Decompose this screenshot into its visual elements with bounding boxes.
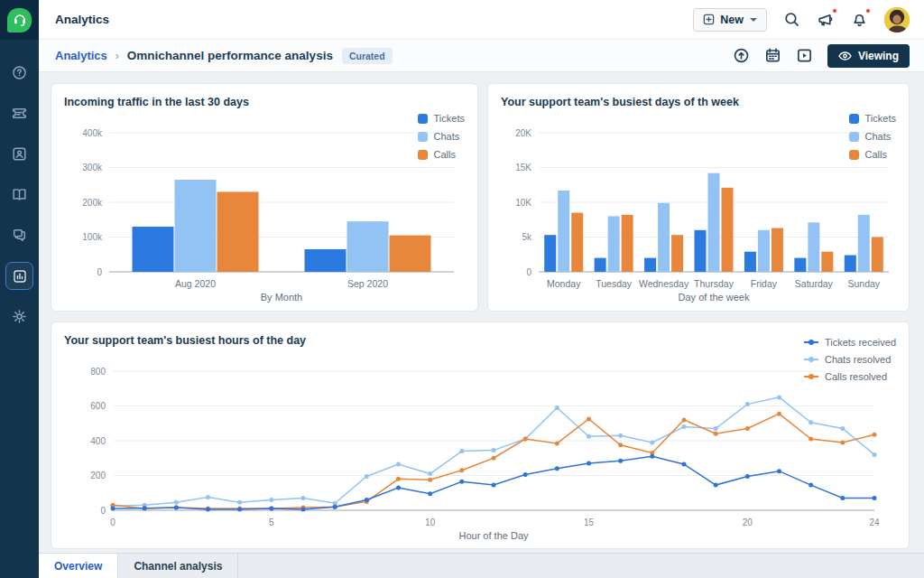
avatar[interactable] (884, 7, 910, 33)
sidebar-selected-highlight (5, 262, 33, 290)
svg-text:Aug 2020: Aug 2020 (175, 278, 216, 289)
legend-swatch (418, 132, 428, 142)
app-window: Analytics New (0, 0, 924, 578)
svg-text:Monday: Monday (547, 278, 581, 289)
search-button[interactable] (783, 11, 800, 28)
svg-text:Saturday: Saturday (795, 278, 834, 289)
present-button[interactable] (796, 47, 813, 64)
legend-label: Tickets received (825, 337, 896, 348)
legend-label: Calls (434, 149, 456, 160)
sidebar-nav (0, 52, 39, 337)
svg-text:5k: 5k (522, 232, 532, 242)
top-bar: Analytics New (39, 0, 924, 40)
tab-channel-analysis[interactable]: Channel analysis (118, 554, 238, 578)
legend-label: Tickets (865, 113, 896, 124)
present-icon (796, 47, 813, 64)
sidebar-item-help[interactable] (0, 52, 39, 93)
notification-dot (832, 8, 837, 14)
svg-text:10K: 10K (515, 198, 531, 208)
chart-legend: Tickets receivedChats resolvedCalls reso… (804, 337, 896, 382)
new-button[interactable]: New (693, 8, 767, 32)
legend-label: Chats resolved (825, 354, 891, 365)
chevron-down-icon (750, 18, 757, 22)
legend-item: Chats (418, 131, 465, 142)
svg-text:400k: 400k (82, 128, 103, 138)
svg-text:5: 5 (269, 517, 274, 527)
curated-badge: Curated (342, 48, 393, 64)
svg-text:24: 24 (869, 517, 880, 527)
sidebar-item-contacts[interactable] (0, 134, 39, 174)
chart-title: Your support team's busiest days of th w… (501, 96, 896, 108)
legend-label: Calls (865, 149, 887, 160)
search-icon (783, 11, 800, 28)
announcements-button[interactable] (817, 11, 835, 28)
chart-legend: TicketsChatsCalls (849, 113, 896, 160)
viewing-button[interactable]: Viewing (827, 44, 910, 68)
legend-swatch (418, 150, 428, 160)
legend-swatch (849, 150, 859, 160)
notification-dot (865, 8, 871, 14)
tab-overview[interactable]: Overview (39, 554, 118, 578)
legend-swatch (849, 114, 859, 124)
brand-logo[interactable] (0, 0, 39, 40)
report-actions: Viewing (733, 44, 910, 68)
sidebar-item-settings[interactable] (0, 296, 39, 337)
chart-title: Your support team's busiest hours of the… (64, 334, 896, 347)
settings-icon (11, 308, 28, 325)
sidebar-item-knowledge-base[interactable] (0, 174, 39, 215)
legend-item: Tickets received (804, 337, 896, 348)
legend-label: Chats (434, 131, 460, 142)
export-button[interactable] (733, 47, 750, 64)
knowledge-base-icon (11, 186, 28, 203)
notifications-button[interactable] (851, 11, 868, 28)
legend-label: Chats (865, 131, 892, 142)
breadcrumb-parent-link[interactable]: Analytics (55, 49, 107, 62)
svg-text:0: 0 (110, 517, 116, 527)
card-busiest-hours: Your support team's busiest hours of the… (51, 322, 910, 549)
charts-row-top: Incoming traffic in the last 30 days 010… (51, 83, 910, 312)
legend-swatch (418, 114, 428, 124)
help-circle-icon (11, 64, 28, 81)
legend-item: Calls resolved (804, 371, 896, 382)
legend-swatch (849, 132, 859, 142)
sidebar-item-forums[interactable] (0, 215, 39, 256)
legend-item: Chats resolved (804, 354, 896, 365)
svg-text:0: 0 (97, 267, 102, 277)
svg-text:200: 200 (90, 471, 106, 480)
legend-line-marker (804, 359, 818, 360)
legend-line-marker (804, 376, 818, 378)
legend-item: Calls (418, 149, 465, 160)
legend-item: Calls (849, 149, 896, 160)
ticket-icon (11, 105, 28, 122)
legend-item: Tickets (418, 113, 465, 124)
svg-text:15: 15 (584, 517, 595, 527)
bar-chart-busiest-days: 05k10K15K20KMondayTuesdayWednesdayThursd… (501, 113, 896, 304)
svg-text:Sep 2020: Sep 2020 (347, 278, 388, 289)
svg-text:15K: 15K (515, 163, 531, 172)
sidebar-item-tickets[interactable] (0, 93, 39, 134)
svg-text:0: 0 (526, 267, 531, 277)
plus-box-icon (703, 14, 715, 25)
chart-title: Incoming traffic in the last 30 days (64, 96, 465, 108)
chart-legend: TicketsChatsCalls (418, 113, 465, 160)
svg-text:By Month: By Month (261, 292, 302, 303)
card-busiest-days: Your support team's busiest days of th w… (487, 83, 910, 312)
legend-label: Calls resolved (825, 371, 887, 382)
card-incoming-traffic: Incoming traffic in the last 30 days 010… (51, 83, 478, 312)
svg-text:0: 0 (100, 506, 106, 516)
main-area: Analytics New (39, 0, 924, 578)
analytics-icon (12, 268, 28, 284)
breadcrumb-bar: Analytics › Omnichannel performance anal… (39, 40, 924, 72)
contacts-icon (11, 145, 28, 163)
svg-text:300k: 300k (82, 163, 103, 172)
eye-icon (838, 51, 852, 61)
top-bar-actions: New (693, 7, 910, 33)
sidebar-item-analytics[interactable] (0, 256, 39, 296)
svg-text:Thursday: Thursday (694, 278, 735, 289)
svg-text:Hour of the Day: Hour of the Day (458, 530, 529, 541)
schedule-button[interactable] (764, 47, 781, 64)
svg-text:Friday: Friday (751, 278, 778, 289)
freshdesk-logo-icon (7, 8, 32, 33)
svg-text:400: 400 (90, 436, 106, 446)
svg-text:600: 600 (90, 401, 106, 411)
